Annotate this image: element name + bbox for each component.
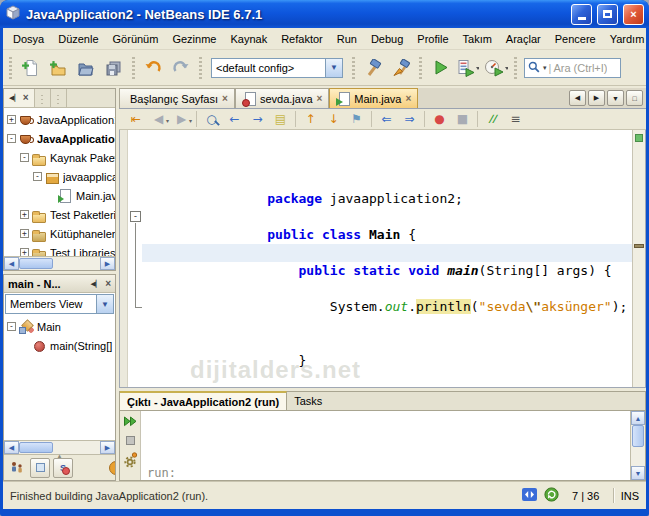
current-line-mark[interactable] — [634, 244, 644, 248]
editor-tab[interactable]: sevda.java × — [235, 88, 329, 108]
shift-left-icon[interactable]: ⇐ — [375, 110, 398, 128]
files-tab[interactable] — [35, 89, 51, 107]
no-errors-indicator-icon[interactable] — [635, 134, 643, 142]
tree-expander-icon[interactable]: + — [20, 248, 29, 256]
toolbar-grip[interactable] — [9, 57, 12, 79]
tree-row[interactable]: - Kaynak Paketleri — [4, 148, 115, 167]
maximize-editor-icon[interactable]: □ — [626, 90, 643, 106]
update-center-icon[interactable] — [544, 487, 559, 504]
open-project-icon[interactable] — [73, 55, 99, 81]
close-tab-icon[interactable]: × — [405, 94, 411, 104]
minimize-panel-icon[interactable]: ◀▏ — [90, 280, 101, 288]
previous-bookmark-icon[interactable]: ↑ — [299, 110, 322, 128]
toolbar-grip[interactable] — [352, 57, 355, 79]
document-list-icon[interactable]: ▼ — [607, 90, 624, 106]
toggle-highlight-icon[interactable]: ▤ — [269, 110, 292, 128]
title-bar[interactable]: JavaApplication2 - NetBeans IDE 6.7.1 × — [0, 0, 649, 28]
show-fields-filter-icon[interactable] — [30, 458, 50, 478]
tree-row[interactable]: main(String[] args) — [4, 336, 115, 355]
filter-icon[interactable] — [109, 461, 116, 475]
code-editor[interactable]: package javaapplication2; — [119, 130, 646, 388]
scrollbar-thumb[interactable] — [632, 425, 644, 447]
scroll-tabs-left-icon[interactable]: ◀ — [569, 90, 586, 106]
clean-build-project-icon[interactable] — [388, 55, 414, 81]
menu-item[interactable]: Pencere — [548, 30, 603, 48]
toggle-bookmark-icon[interactable]: ⚑ — [345, 110, 368, 128]
scrollbar-thumb[interactable] — [19, 258, 53, 269]
chevron-down-icon[interactable]: ▼ — [325, 59, 342, 77]
show-static-members-filter-icon[interactable]: S — [53, 458, 73, 478]
search-scope-chevron-icon[interactable]: ▾ — [543, 64, 547, 72]
error-stripe[interactable] — [632, 130, 645, 387]
menu-item[interactable]: Debug — [364, 30, 410, 48]
redo-icon[interactable] — [168, 55, 194, 81]
fold-collapse-icon[interactable] — [130, 211, 141, 222]
ant-settings-icon[interactable] — [122, 452, 139, 467]
toolbar-grip[interactable] — [199, 57, 202, 79]
scroll-left-icon[interactable]: ◀ — [4, 257, 19, 270]
chevron-down-icon[interactable]: ▼ — [96, 295, 113, 313]
menu-item[interactable]: Yardım — [603, 30, 646, 48]
tree-row[interactable]: + Test Libraries — [4, 243, 115, 256]
forward-icon[interactable]: ▶ — [170, 110, 193, 128]
tree-expander-icon[interactable]: - — [20, 153, 29, 162]
menu-item[interactable]: Gezinme — [165, 30, 223, 48]
debug-project-icon[interactable] — [455, 55, 481, 81]
close-panel-icon[interactable]: × — [23, 93, 29, 103]
tree-row[interactable]: + Test Paketleri — [4, 205, 115, 224]
tree-expander-icon[interactable]: + — [7, 115, 16, 124]
shift-right-icon[interactable]: ⇒ — [398, 110, 421, 128]
stop-macro-icon[interactable]: ■ — [451, 110, 474, 128]
toolbar-grip[interactable] — [514, 57, 517, 79]
menu-item[interactable]: Takım — [456, 30, 499, 48]
tree-row[interactable]: + Kütüphaneler — [4, 224, 115, 243]
projects-tab[interactable]: ◀▏ × — [4, 89, 35, 107]
config-select[interactable]: <default config> ▼ — [211, 58, 343, 78]
output-tab[interactable]: Çıktı - JavaApplication2 (run) — [120, 391, 287, 410]
find-icon[interactable]: ○ — [200, 110, 223, 128]
tree-expander-icon[interactable]: + — [20, 210, 29, 219]
toolbar-grip[interactable] — [419, 57, 422, 79]
tree-row[interactable]: - Main — [4, 317, 115, 336]
back-icon[interactable]: ◀ — [147, 110, 170, 128]
close-panel-icon[interactable]: × — [105, 279, 111, 289]
scroll-left-icon[interactable]: ◀ — [4, 441, 19, 454]
next-bookmark-icon[interactable]: ↓ — [322, 110, 345, 128]
scroll-up-icon[interactable]: ▲ — [631, 411, 645, 425]
find-previous-occurrence-icon[interactable]: ← — [223, 110, 246, 128]
tree-expander-icon[interactable]: - — [7, 134, 16, 143]
build-project-icon[interactable] — [360, 55, 386, 81]
inherited-members-filter-icon[interactable] — [7, 458, 27, 478]
uncomment-icon[interactable]: ≡ — [504, 110, 527, 128]
tree-row[interactable]: - javaapplication2 — [4, 167, 115, 186]
menu-item[interactable]: Kaynak — [223, 30, 274, 48]
editor-tab[interactable]: Başlangıç Sayfası × — [119, 88, 235, 108]
navigator-header[interactable]: main - N... ◀▏ × — [4, 275, 115, 293]
menu-item[interactable]: Düzenle — [51, 30, 105, 48]
tree-row[interactable]: + JavaApplication1 — [4, 110, 115, 129]
find-next-occurrence-icon[interactable]: → — [246, 110, 269, 128]
minimize-button[interactable] — [571, 4, 592, 25]
tree-expander-icon[interactable]: - — [7, 322, 16, 331]
scroll-right-icon[interactable]: ▶ — [100, 257, 115, 270]
new-project-icon[interactable] — [45, 55, 71, 81]
stop-build-icon[interactable] — [122, 433, 139, 448]
tree-row[interactable]: Main.java — [4, 186, 115, 205]
menu-item[interactable]: Araçlar — [499, 30, 548, 48]
sync-indicator-icon[interactable] — [522, 488, 537, 503]
editor-tab[interactable]: Main.java × — [329, 88, 418, 108]
save-all-icon[interactable] — [101, 55, 127, 81]
services-tab[interactable] — [51, 89, 67, 107]
scroll-tabs-right-icon[interactable]: ▶ — [588, 90, 605, 106]
undo-icon[interactable] — [140, 55, 166, 81]
output-tab[interactable]: Tasks — [287, 391, 329, 410]
rerun-icon[interactable] — [122, 414, 139, 429]
record-macro-icon[interactable]: ● — [428, 110, 451, 128]
scroll-right-icon[interactable]: ▶ — [100, 441, 115, 454]
menu-item[interactable]: Profile — [410, 30, 455, 48]
comment-icon[interactable]: // — [481, 110, 504, 128]
run-project-icon[interactable] — [427, 55, 453, 81]
code-text-area[interactable]: package javaapplication2; — [142, 130, 632, 387]
tree-row[interactable]: - JavaApplication2 — [4, 129, 115, 148]
maximize-button[interactable] — [597, 4, 618, 25]
